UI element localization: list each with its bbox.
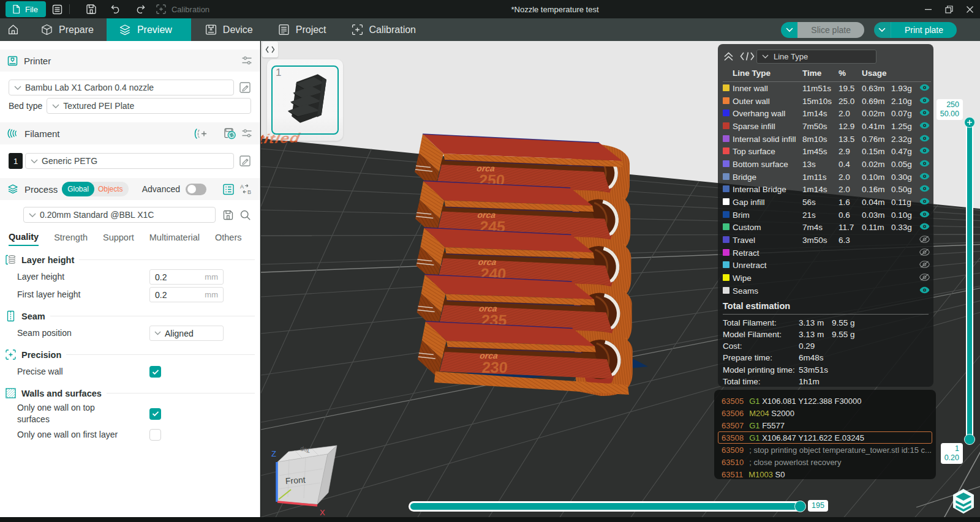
eye-visible-icon[interactable] bbox=[919, 147, 930, 154]
eye-visible-icon[interactable] bbox=[919, 211, 930, 218]
gcode-line[interactable]: 63507G1 F5577 bbox=[718, 419, 932, 431]
line-type-len: 0.10m bbox=[862, 171, 891, 184]
save-button[interactable] bbox=[83, 1, 99, 17]
setting-checkbox-checked[interactable] bbox=[149, 366, 161, 378]
preview-3d-viewport[interactable]: 250orca245orca240orca235orca230orca TopF… bbox=[261, 41, 980, 517]
close-button[interactable] bbox=[959, 0, 980, 18]
setting-select[interactable]: Aligned bbox=[149, 326, 224, 341]
eye-visible-icon[interactable] bbox=[919, 198, 930, 205]
setting-checkbox-unchecked[interactable] bbox=[149, 429, 161, 441]
param-tab-multimaterial[interactable]: Multimaterial bbox=[149, 229, 200, 245]
gcode-console[interactable]: 63505G1 X106.081 Y122.388 F30000 63506M2… bbox=[714, 390, 936, 479]
eye-visible-icon[interactable] bbox=[919, 173, 930, 180]
print-plate-dropdown[interactable] bbox=[874, 22, 891, 38]
open-recent-button[interactable] bbox=[50, 1, 66, 17]
eye-hidden-icon[interactable] bbox=[919, 261, 930, 268]
line-type-swatch bbox=[723, 185, 729, 192]
edit-filament-icon[interactable] bbox=[239, 155, 251, 167]
plate-thumbnail-card[interactable]: 1 bbox=[267, 59, 343, 141]
slice-plate-button[interactable]: Slice plate bbox=[797, 22, 864, 38]
gcode-line-number: 63506 bbox=[722, 409, 744, 418]
print-plate-button[interactable]: Print plate bbox=[891, 22, 957, 38]
line-type-label: Travel bbox=[733, 234, 802, 247]
cube-top-label[interactable]: Top bbox=[300, 446, 311, 454]
layer-slider-bottom-handle[interactable] bbox=[964, 434, 975, 445]
eye-visible-icon[interactable] bbox=[919, 160, 930, 167]
eye-hidden-icon[interactable] bbox=[919, 274, 930, 281]
setting-checkbox-checked[interactable] bbox=[149, 408, 161, 420]
home-tab[interactable] bbox=[0, 18, 29, 41]
collapse-panel-icon[interactable] bbox=[723, 51, 734, 62]
tab-device[interactable]: Device bbox=[194, 18, 264, 41]
line-type-row: Brim21s0.60.03m0.10g bbox=[723, 209, 931, 222]
eye-visible-icon[interactable] bbox=[919, 109, 930, 116]
eye-visible-icon[interactable] bbox=[919, 122, 930, 129]
save-preset-icon[interactable] bbox=[222, 209, 234, 221]
printer-preset-select[interactable]: Bambu Lab X1 Carbon 0.4 nozzle bbox=[9, 80, 234, 95]
gcode-window-icon[interactable] bbox=[740, 51, 755, 61]
filament-settings-icon[interactable] bbox=[241, 128, 252, 139]
edit-printer-icon[interactable] bbox=[239, 81, 251, 94]
temperature-tower-model[interactable]: 250orca245orca240orca235orca230orca bbox=[415, 134, 648, 396]
search-preset-icon[interactable] bbox=[239, 209, 251, 221]
tab-calibration[interactable]: Calibration bbox=[340, 18, 427, 41]
restore-button[interactable] bbox=[938, 0, 959, 18]
filament-section-header: Filament bbox=[0, 122, 260, 144]
filament-preset-select[interactable]: Generic PETG bbox=[25, 153, 234, 169]
line-type-wt: 0.07g bbox=[891, 107, 919, 120]
add-filament-icon[interactable] bbox=[194, 128, 207, 140]
gcode-token: X106.081 Y122.388 F30000 bbox=[762, 397, 861, 406]
line-type-time: 11m51s bbox=[802, 82, 839, 95]
eye-visible-icon[interactable] bbox=[919, 286, 930, 294]
tab-project[interactable]: Project bbox=[266, 18, 337, 41]
sidebar-collapse-button[interactable] bbox=[262, 42, 278, 58]
cube-front-label[interactable]: Front bbox=[285, 475, 306, 486]
titlebar-calibration-button[interactable]: Calibration bbox=[156, 4, 209, 15]
eye-visible-icon[interactable] bbox=[919, 84, 930, 91]
minimize-button[interactable] bbox=[918, 0, 938, 18]
gcode-line[interactable]: 63509; stop printing object temperature_… bbox=[718, 444, 932, 456]
param-tab-others[interactable]: Others bbox=[215, 229, 242, 245]
param-tab-strength[interactable]: Strength bbox=[54, 229, 88, 245]
setting-input[interactable]: 0.2mm bbox=[149, 269, 224, 285]
eye-visible-icon[interactable] bbox=[919, 135, 930, 142]
gcode-line[interactable]: 63511M1003 S0 bbox=[718, 468, 932, 480]
eye-visible-icon[interactable] bbox=[919, 223, 930, 230]
compare-presets-icon[interactable]: A B bbox=[239, 183, 252, 195]
eye-hidden-icon[interactable] bbox=[919, 236, 930, 243]
gcode-line[interactable]: 63510; close powerlost recovery bbox=[718, 456, 932, 468]
advanced-toggle[interactable] bbox=[186, 184, 206, 195]
eye-hidden-icon[interactable] bbox=[919, 248, 930, 256]
undo-button[interactable] bbox=[108, 1, 124, 17]
filament-index-badge[interactable]: 1 bbox=[9, 153, 23, 169]
eye-visible-icon[interactable] bbox=[919, 185, 930, 192]
param-tab-quality[interactable]: Quality bbox=[9, 228, 39, 246]
slice-plate-dropdown[interactable] bbox=[781, 22, 797, 38]
bed-type-select[interactable]: Textured PEI Plate bbox=[47, 98, 251, 114]
redo-button[interactable] bbox=[132, 1, 148, 17]
eye-visible-icon[interactable] bbox=[919, 97, 930, 104]
process-scope-global[interactable]: Global bbox=[62, 182, 94, 196]
view-mode-select[interactable]: Line Type bbox=[756, 50, 876, 64]
group-header-seam: Seam bbox=[5, 310, 255, 322]
gcode-line-highlighted[interactable]: 63508G1 X106.847 Y121.622 E.03245 bbox=[718, 431, 932, 444]
line-type-table: Line TypeTime%Usage Inner wall11m51s19.5… bbox=[723, 66, 931, 297]
gcode-line[interactable]: 63506M204 S2000 bbox=[718, 407, 932, 419]
file-menu-button[interactable]: File bbox=[6, 1, 46, 17]
process-preset-select[interactable]: 0.20mm Standard @BBL X1C bbox=[23, 207, 216, 223]
move-slider-handle[interactable] bbox=[794, 501, 806, 512]
move-value-box: 195 bbox=[808, 500, 828, 512]
layer-slider-top-handle[interactable] bbox=[964, 117, 975, 128]
process-scope-objects[interactable]: Objects bbox=[94, 182, 129, 196]
line-type-pct: 0.4 bbox=[839, 158, 862, 171]
preset-list-icon[interactable] bbox=[222, 184, 235, 195]
line-type-swatch bbox=[723, 249, 729, 256]
ams-sync-icon[interactable] bbox=[223, 127, 236, 140]
param-tab-support[interactable]: Support bbox=[103, 229, 134, 245]
tab-prepare[interactable]: Prepare bbox=[29, 18, 105, 41]
tab-preview[interactable]: Preview bbox=[107, 18, 191, 41]
printer-settings-icon[interactable] bbox=[241, 55, 252, 66]
gcode-line[interactable]: 63505G1 X106.081 Y122.388 F30000 bbox=[718, 395, 932, 407]
group-title: Layer height bbox=[21, 255, 74, 265]
setting-input[interactable]: 0.2mm bbox=[149, 287, 224, 302]
